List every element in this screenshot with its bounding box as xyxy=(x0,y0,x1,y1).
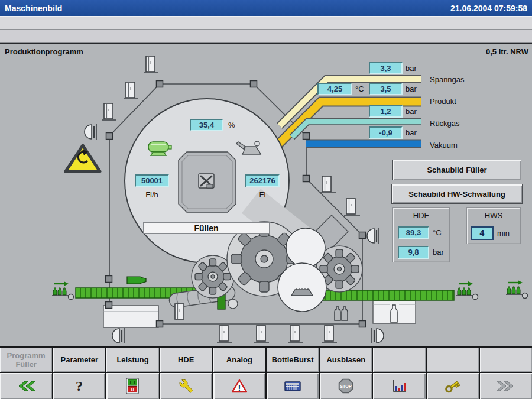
produkt-temperature: 4,25 xyxy=(317,83,352,95)
service-wrench-icon xyxy=(179,379,193,393)
hde-temperature: 89,3 xyxy=(398,226,429,239)
keyboard-button[interactable] xyxy=(267,373,319,399)
unit-label: bar xyxy=(406,64,417,73)
count-unit: Fl xyxy=(245,190,280,199)
spanngas-pressure: 3,3 xyxy=(369,62,403,74)
schaubild-hw-schwallung-button[interactable]: Schaubild HW-Schwallung xyxy=(391,184,523,204)
bottle-outfeed-icon xyxy=(456,281,478,300)
rueckgas-pressure: 1,2 xyxy=(369,105,403,118)
hde-pressure: 9,8 xyxy=(398,246,429,259)
star-wheel-left xyxy=(195,259,231,294)
forward-button[interactable] xyxy=(480,373,532,399)
crate-icon xyxy=(335,307,348,320)
alarm-triangle-icon: ! xyxy=(232,379,247,393)
tab-hde[interactable]: HDE xyxy=(160,348,212,372)
pipe-label-spanngas: Spanngas xyxy=(430,75,465,84)
filler-status: Füllen xyxy=(143,222,270,234)
unit-label: bar xyxy=(406,85,417,93)
unit-label: bar xyxy=(433,248,444,257)
statistics-chart-icon xyxy=(391,379,407,393)
pipe-label-produkt: Produkt xyxy=(430,97,456,106)
back-button[interactable] xyxy=(0,373,52,399)
tab-empty-1 xyxy=(373,348,425,372)
svg-text:!: ! xyxy=(238,384,241,392)
stop-button[interactable]: STOP xyxy=(320,373,372,399)
bottle-count-display: 262176 xyxy=(245,174,280,187)
vakuum-pressure: -0,9 xyxy=(369,126,403,139)
bottom-bar: Programm Füller Parameter Leistung HDE A… xyxy=(0,346,532,399)
help-button[interactable]: ? xyxy=(53,373,105,399)
turret-top xyxy=(286,228,325,267)
hws-title: HWS xyxy=(467,211,520,220)
speaker-icon xyxy=(85,124,96,140)
alarm-button[interactable]: ! xyxy=(213,373,265,399)
unit-label: bar xyxy=(406,107,417,116)
service-button[interactable] xyxy=(160,373,212,399)
schaubild-fueller-button[interactable]: Schaubild Füller xyxy=(392,160,521,180)
statistics-button[interactable] xyxy=(373,373,425,399)
bottle-outfeed-icon-2 xyxy=(506,280,528,299)
svg-text:?: ? xyxy=(76,378,83,394)
tab-parameter[interactable]: Parameter xyxy=(53,348,105,372)
percent-unit: % xyxy=(228,121,235,129)
unit-label: °C xyxy=(355,85,364,93)
rate-display: 50001 xyxy=(135,174,169,187)
speaker-icon xyxy=(112,328,124,343)
tab-bottleburst[interactable]: BottleBurst xyxy=(267,348,319,372)
keyboard-icon xyxy=(284,379,301,393)
emergency-swirl-warning-icon xyxy=(66,145,100,171)
tab-programm-fueller[interactable]: Programm Füller xyxy=(0,348,52,372)
stop-sign-icon: STOP xyxy=(338,378,353,394)
speaker-icon xyxy=(372,328,384,343)
cip-cap-icon xyxy=(199,174,214,188)
unit-label: bar xyxy=(406,128,417,137)
tab-empty-3 xyxy=(480,348,532,372)
capper-turret xyxy=(278,263,326,312)
bottle-infeed-icon xyxy=(52,281,74,300)
tab-ausblasen[interactable]: Ausblasen xyxy=(320,348,372,372)
key-icon xyxy=(444,378,462,394)
rate-unit: Fl/h xyxy=(135,190,169,199)
unit-label: min xyxy=(497,229,510,238)
pipe-label-vakuum: Vakuum xyxy=(430,141,458,150)
tab-empty-2 xyxy=(427,348,479,372)
double-arrow-forward-icon xyxy=(496,380,516,392)
lying-bottle-icon xyxy=(127,277,146,284)
svg-text:STOP: STOP xyxy=(340,384,352,389)
main-switch-icon: U xyxy=(126,378,139,394)
tab-analog[interactable]: Analog xyxy=(213,348,265,372)
double-arrow-back-icon xyxy=(16,380,36,392)
help-question-icon: ? xyxy=(72,378,86,394)
hmi-screen: Maschinenbild 21.06.2004 07:59:58 Produk… xyxy=(0,0,532,399)
speed-percent-display: 35,4 xyxy=(190,119,223,131)
pipe-label-rueckgas: Rückgas xyxy=(430,119,460,128)
svg-text:U: U xyxy=(131,388,134,392)
left-table-box xyxy=(103,306,158,327)
produkt-pressure: 3,5 xyxy=(369,83,403,95)
key-button[interactable] xyxy=(427,373,479,399)
hde-title: HDE xyxy=(393,211,449,220)
speaker-icon xyxy=(367,228,379,244)
small-roller xyxy=(228,299,238,309)
bottle-inspection-box xyxy=(373,301,416,323)
tab-leistung[interactable]: Leistung xyxy=(106,348,158,372)
hws-time-input[interactable]: 4 xyxy=(471,226,494,240)
unit-label: °C xyxy=(433,228,442,237)
main-switch-button[interactable]: U xyxy=(106,373,158,399)
